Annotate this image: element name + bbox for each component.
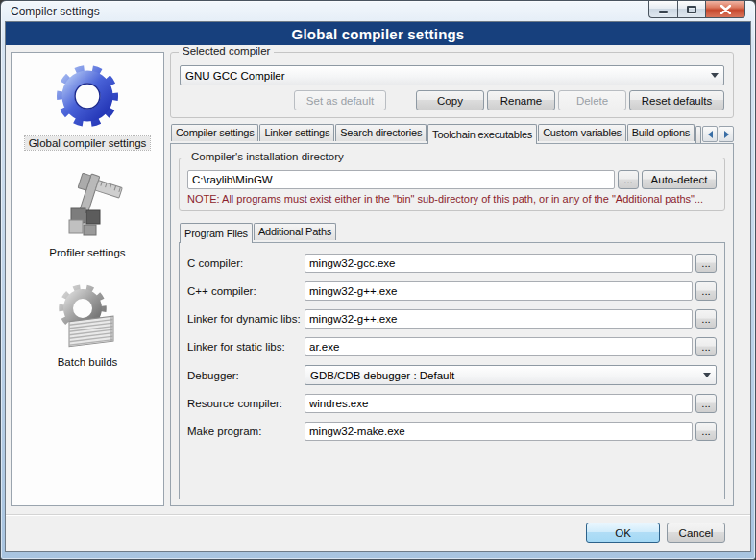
settings-category-list: Global compiler settings Profiler settin… [11,52,164,506]
tab-custom-variables[interactable]: Custom variables [538,124,626,141]
window-title: Compiler settings [11,5,100,18]
maximize-icon [687,6,696,13]
set-as-default-button[interactable]: Set as default [294,90,386,110]
window-controls [648,1,745,18]
compiler-settings-window: Compiler settings Global compiler settin… [0,0,756,560]
tab-toolchain-executables[interactable]: Toolchain executables [427,124,537,144]
subtab-additional-paths[interactable]: Additional Paths [254,223,336,240]
chevron-down-icon [698,373,716,377]
field-label: C++ compiler: [187,285,305,297]
reset-defaults-button[interactable]: Reset defaults [629,90,724,110]
c-compiler-input[interactable] [305,254,693,273]
toolchain-field-row: Resource compiler: windres.exe ... [187,394,717,413]
toolchain-field-row: Linker for static libs: ar.exe ... [187,337,717,356]
maximize-button[interactable] [677,1,706,18]
arrow-right-icon [724,131,729,138]
selected-compiler-label: Selected compiler [179,45,274,57]
tab-search-directories[interactable]: Search directories [335,124,427,141]
program-files-tab-strip: Program Files Additional Paths [179,223,725,242]
blue-gear-icon [52,61,123,132]
toolchain-field-row: C compiler: mingw32-gcc.exe ... [187,254,717,273]
directory-browse-button[interactable]: ... [618,170,639,189]
copy-button[interactable]: Copy [416,90,484,110]
selected-compiler-group: Selected compiler GNU GCC Compiler Set a… [170,52,734,118]
dynamic-linker-input[interactable] [305,309,693,329]
program-files-panel: C compiler: mingw32-gcc.exe ... C++ c [179,242,725,499]
sidebar-item[interactable]: Global compiler settings [25,61,151,150]
main-panel: Selected compiler GNU GCC Compiler Set a… [170,45,734,506]
field-browse-button[interactable]: ... [695,281,717,301]
minimize-icon [659,11,668,13]
content-area: Global compiler settings Profiler settin… [6,45,750,514]
bin-subdirectory-note: NOTE: All programs must exist either in … [187,193,717,205]
field-label: Resource compiler: [187,398,305,409]
field-browse-button[interactable]: ... [695,254,717,273]
cpp-compiler-input[interactable] [305,281,693,301]
toolchain-field-row: C++ compiler: mingw32-g++.exe ... [187,281,717,301]
debugger-select[interactable]: GDB/CDB debugger : Default [305,365,717,385]
toolchain-field-row: Debugger: GDB/CDB debugger : Default ... [187,365,717,385]
partial-hidden-tab[interactable] [695,126,701,143]
tab-compiler-settings[interactable]: Compiler settings [171,124,258,141]
minimize-button[interactable] [648,1,677,18]
dialog-buttons: OK Cancel [6,514,750,551]
ok-button[interactable]: OK [586,523,660,543]
field-label: C compiler: [187,257,305,269]
delete-button[interactable]: Delete [558,90,626,110]
field-browse-button[interactable]: ... [695,337,717,356]
installation-directory-label: Compiler's installation directory [187,151,348,162]
cancel-button[interactable]: Cancel [667,523,725,543]
main-tab-strip: Compiler settings Linker settings Search… [170,124,734,143]
close-button[interactable] [706,1,745,18]
sidebar-item[interactable]: Profiler settings [45,170,129,259]
sidebar-item-label: Global compiler settings [25,136,151,150]
field-label: Make program: [187,426,305,437]
auto-detect-button[interactable]: Auto-detect [642,170,717,189]
installation-directory-input[interactable] [187,170,615,189]
sidebar-item[interactable]: Batch builds [52,280,123,369]
sidebar-item-label: Batch builds [54,355,122,369]
chevron-down-icon [706,73,723,78]
field-label: Linker for dynamic libs: [187,313,305,325]
tab-build-options[interactable]: Build options [627,124,695,141]
compiler-select[interactable]: GNU GCC Compiler [180,65,724,85]
rename-button[interactable]: Rename [487,90,555,110]
tab-scroll-right-button[interactable] [719,126,734,142]
field-label: Linker for static libs: [187,341,305,353]
arrow-left-icon [708,131,713,138]
title-bar[interactable]: Compiler settings [5,1,751,21]
gear-documents-icon [52,280,123,351]
field-label: Debugger: [187,370,305,381]
static-linker-input[interactable] [305,337,693,356]
dialog-body: Global compiler settings Global compiler… [5,21,751,552]
toolchain-field-row: Make program: mingw32-make.exe ... [187,422,717,441]
subtab-program-files[interactable]: Program Files [180,223,253,243]
toolchain-executables-page: Compiler's installation directory ... Au… [170,143,734,506]
tab-linker-settings[interactable]: Linker settings [259,124,334,141]
compiler-select-value: GNU GCC Compiler [185,70,706,82]
tab-scroll-left-button[interactable] [702,126,718,142]
compiler-action-buttons: Set as default Copy Rename Delete Reset … [180,90,724,110]
resource-compiler-input[interactable] [305,394,693,413]
page-title: Global compiler settings [6,22,750,45]
sidebar-item-label: Profiler settings [45,246,129,259]
make-program-input[interactable] [305,422,693,441]
close-icon [720,5,731,14]
field-browse-button[interactable]: ... [695,309,717,329]
field-browse-button[interactable]: ... [695,422,717,441]
tab-scroll-buttons [702,126,734,143]
installation-directory-group: Compiler's installation directory ... Au… [179,158,725,211]
caliper-icon [52,170,123,241]
toolchain-field-row: Linker for dynamic libs: mingw32-g++.exe… [187,309,717,329]
field-browse-button[interactable]: ... [695,394,717,413]
